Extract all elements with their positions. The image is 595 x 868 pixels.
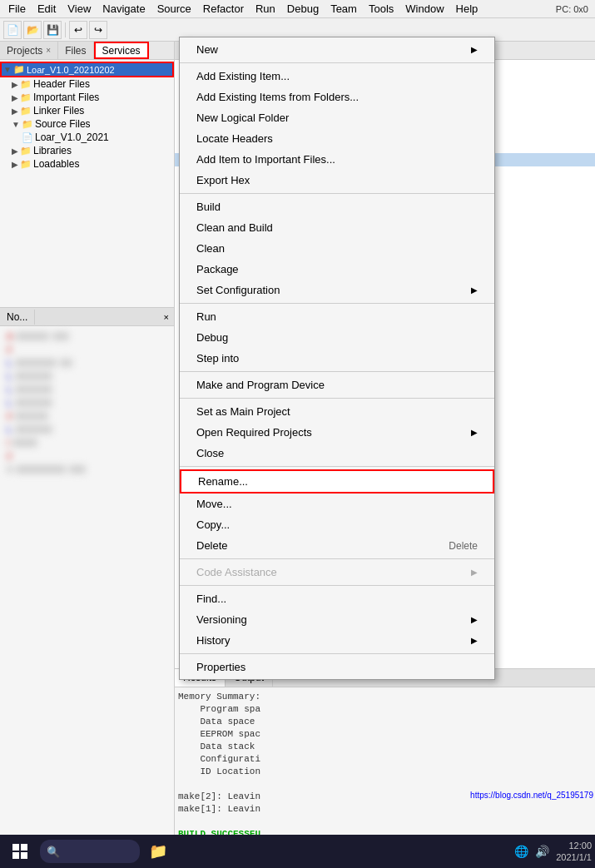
list-item[interactable]: L: [3, 383, 171, 396]
nav-icon-10: #: [7, 451, 12, 461]
list-item[interactable]: B: [3, 463, 171, 476]
taskbar-search[interactable]: 🔍: [40, 840, 140, 863]
ctx-new-logical-folder[interactable]: New Logical Folder: [180, 107, 494, 128]
start-button[interactable]: [3, 838, 37, 865]
menu-item-refactor[interactable]: Refactor: [198, 1, 249, 17]
ctx-export-hex[interactable]: Export Hex: [180, 170, 494, 191]
ctx-add-item-important[interactable]: Add Item to Important Files...: [180, 149, 494, 170]
tree-item-root[interactable]: ▼ 📁 Loar_V1.0_20210202: [0, 62, 174, 77]
nav-text-6: [15, 399, 52, 407]
expand-icon-root: ▼: [3, 65, 12, 74]
menu-item-source[interactable]: Source: [152, 1, 196, 17]
ctx-copy[interactable]: Copy...: [180, 514, 494, 535]
menu-item-window[interactable]: Window: [400, 1, 449, 17]
tab-projects-close[interactable]: ×: [46, 46, 51, 55]
ctx-versioning[interactable]: Versioning ▶: [180, 609, 494, 630]
ctx-properties[interactable]: Properties: [180, 657, 494, 677]
folder-icon-source: 📁: [22, 119, 33, 130]
ctx-clean-and-build[interactable]: Clean and Build: [180, 217, 494, 238]
list-item[interactable]: L: [3, 356, 171, 370]
list-item[interactable]: #: [3, 409, 171, 423]
tree-item-linker-files[interactable]: ▶ 📁 Linker Files: [0, 104, 174, 117]
ctx-add-existing-items-folders[interactable]: Add Existing Items from Folders...: [180, 87, 494, 107]
ctx-delete[interactable]: Delete Delete: [180, 535, 494, 556]
tab-files[interactable]: Files: [58, 42, 93, 59]
list-item[interactable]: L: [3, 423, 171, 436]
tree-item-loar-file[interactable]: 📄 Loar_V1.0_2021: [0, 131, 174, 144]
output-content: Memory Summary: Program spa Data space E…: [175, 687, 595, 835]
ctx-sep-9: [180, 653, 494, 654]
nav-icon-6: L: [7, 398, 12, 408]
bottom-nav-header: No... ×: [0, 308, 174, 326]
ctx-sep-2: [180, 193, 494, 194]
ctx-move[interactable]: Move...: [180, 494, 494, 514]
ctx-run[interactable]: Run: [180, 306, 494, 327]
tab-projects[interactable]: Projects ×: [0, 42, 58, 59]
tree-label-linker: Linker Files: [33, 105, 84, 117]
ctx-package[interactable]: Package: [180, 259, 494, 280]
tree-item-libraries[interactable]: ▶ 📁 Libraries: [0, 144, 174, 157]
list-item[interactable]: L: [3, 396, 171, 409]
ctx-locate-headers[interactable]: Locate Headers: [180, 128, 494, 149]
menu-bar: File Edit View Navigate Source Refactor …: [0, 0, 595, 18]
save-button[interactable]: 💾: [43, 21, 62, 39]
ctx-find[interactable]: Find...: [180, 588, 494, 609]
output-line: Data stack: [178, 741, 592, 753]
menu-item-team[interactable]: Team: [325, 1, 362, 17]
taskbar: 🔍 📁 🌐 🔊 12:00 2021/1/1: [0, 835, 595, 868]
menu-item-edit[interactable]: Edit: [32, 1, 61, 17]
taskbar-clock[interactable]: 12:00 2021/1/1: [556, 840, 592, 863]
ctx-open-required-projects[interactable]: Open Required Projects ▶: [180, 422, 494, 443]
open-file-button[interactable]: 📂: [23, 21, 42, 39]
tree-item-source-files[interactable]: ▼ 📁 Source Files: [0, 117, 174, 131]
ctx-versioning-arrow: ▶: [471, 615, 478, 624]
bottom-nav-close[interactable]: ×: [159, 310, 174, 324]
output-line: Program spa: [178, 703, 592, 716]
ctx-sep-1: [180, 62, 494, 63]
menu-item-tools[interactable]: Tools: [364, 1, 399, 17]
ctx-new-arrow: ▶: [471, 45, 478, 54]
ctx-close[interactable]: Close: [180, 443, 494, 464]
ctx-step-into[interactable]: Step into: [180, 348, 494, 369]
ctx-build[interactable]: Build: [180, 196, 494, 217]
ctx-clean[interactable]: Clean: [180, 238, 494, 259]
tree-item-loadables[interactable]: ▶ 📁 Loadables: [0, 157, 174, 171]
ctx-history[interactable]: History ▶: [180, 630, 494, 651]
list-item[interactable]: A: [3, 330, 171, 343]
menu-item-debug[interactable]: Debug: [282, 1, 324, 17]
menu-item-file[interactable]: File: [3, 1, 31, 17]
undo-button[interactable]: ↩: [69, 21, 87, 39]
redo-button[interactable]: ↪: [89, 21, 107, 39]
ctx-make-program-device[interactable]: Make and Program Device: [180, 374, 494, 395]
folder-icon-important: 📁: [20, 92, 32, 103]
tree-item-important-files[interactable]: ▶ 📁 Important Files: [0, 91, 174, 104]
output-line: Memory Summary:: [178, 691, 592, 703]
menu-item-run[interactable]: Run: [250, 1, 280, 17]
nav-icon-5: L: [7, 384, 12, 394]
ctx-debug[interactable]: Debug: [180, 327, 494, 348]
bottom-nav-tab[interactable]: No...: [0, 310, 35, 325]
tab-services[interactable]: Services: [94, 42, 149, 59]
list-item[interactable]: I: [3, 436, 171, 449]
tree-item-header-files[interactable]: ▶ 📁 Header Files: [0, 77, 174, 91]
list-item[interactable]: #: [3, 449, 171, 463]
menu-item-help[interactable]: Help: [451, 1, 483, 17]
list-item[interactable]: L: [3, 370, 171, 383]
menu-item-navigate[interactable]: Navigate: [97, 1, 150, 17]
ctx-new[interactable]: New ▶: [180, 39, 494, 60]
search-icon: 🔍: [47, 846, 60, 858]
new-file-button[interactable]: 📄: [3, 21, 22, 39]
ctx-rename[interactable]: Rename...: [180, 469, 494, 494]
ctx-set-configuration[interactable]: Set Configuration ▶: [180, 280, 494, 300]
file-explorer-button[interactable]: 📁: [143, 838, 173, 865]
menu-item-view[interactable]: View: [62, 1, 96, 17]
ctx-sep-8: [180, 585, 494, 586]
ctx-add-existing-item[interactable]: Add Existing Item...: [180, 66, 494, 87]
nav-text-8: [15, 425, 52, 434]
ctx-sep-7: [180, 558, 494, 559]
list-item[interactable]: #: [3, 343, 171, 356]
ctx-set-main-project[interactable]: Set as Main Project: [180, 401, 494, 422]
tree-label-source: Source Files: [35, 118, 91, 130]
expand-icon-important: ▶: [12, 93, 18, 102]
ctx-sep-5: [180, 398, 494, 399]
